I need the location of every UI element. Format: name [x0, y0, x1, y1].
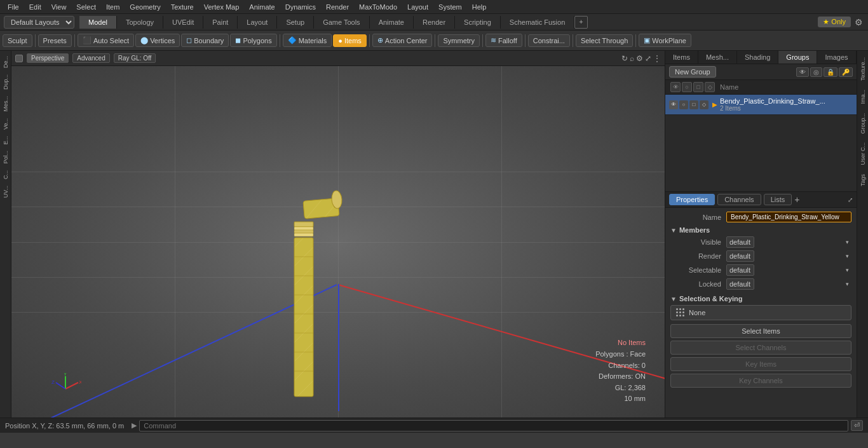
selectable-select[interactable]: default: [726, 264, 754, 276]
tab-groups[interactable]: Groups: [778, 51, 817, 64]
viewport-raygl-btn[interactable]: Ray GL: Off: [114, 53, 156, 63]
presets-button[interactable]: Presets: [38, 34, 72, 47]
auto-select-button[interactable]: ⬛Auto Select: [78, 34, 134, 47]
menu-layout[interactable]: Layout: [402, 2, 433, 12]
menu-select[interactable]: Select: [71, 2, 101, 12]
left-panel-mes[interactable]: Mes...: [1, 93, 10, 114]
menu-texture[interactable]: Texture: [166, 2, 199, 12]
left-panel-dup[interactable]: Dup...: [1, 72, 10, 92]
settings-icon[interactable]: ⚙: [855, 17, 863, 27]
star-only-badge[interactable]: ★ Only: [818, 17, 851, 27]
tab-model[interactable]: Model: [79, 16, 117, 29]
members-section-header[interactable]: ▼ Members: [670, 226, 851, 234]
viewport-icon-expand[interactable]: ⤢: [645, 54, 651, 63]
left-panel-e[interactable]: E...: [1, 133, 10, 147]
left-panel-uv[interactable]: UV...: [1, 183, 10, 200]
viewport-icon-settings[interactable]: ⚙: [636, 54, 643, 63]
tab-images[interactable]: Images: [817, 51, 856, 64]
tab-scripting[interactable]: Scripting: [455, 16, 501, 29]
layout-dropdown[interactable]: Default Layouts: [4, 16, 74, 29]
vertices-button[interactable]: ⬤Vertices: [135, 34, 180, 47]
groups-icon-lock[interactable]: 🔒: [824, 67, 837, 77]
constraints-button[interactable]: Constrai...: [528, 34, 570, 47]
tab-channels[interactable]: Channels: [717, 194, 761, 205]
texture-tab-ima[interactable]: Ima...: [858, 86, 867, 108]
select-items-button[interactable]: Select Items: [670, 324, 851, 338]
viewport-icon-more[interactable]: ⋮: [653, 54, 661, 63]
menu-view[interactable]: View: [46, 2, 72, 12]
command-input[interactable]: [139, 420, 848, 431]
item-icon-render[interactable]: ○: [679, 100, 688, 109]
render-select[interactable]: default: [726, 250, 754, 262]
menu-file[interactable]: File: [3, 2, 24, 12]
menu-edit[interactable]: Edit: [24, 2, 46, 12]
viewport-advanced-btn[interactable]: Advanced: [72, 53, 109, 63]
tab-schematic-fusion[interactable]: Schematic Fusion: [501, 16, 574, 29]
add-tab-icon[interactable]: +: [794, 194, 799, 205]
menu-render[interactable]: Render: [321, 2, 354, 12]
item-icon-select[interactable]: □: [689, 100, 698, 109]
command-expand-icon[interactable]: ▶: [132, 421, 137, 430]
tab-animate[interactable]: Animate: [370, 16, 414, 29]
texture-tab-texture[interactable]: Texture...: [858, 53, 867, 85]
texture-tab-group[interactable]: Group...: [858, 109, 867, 138]
menu-animate[interactable]: Animate: [244, 2, 280, 12]
menu-dynamics[interactable]: Dynamics: [280, 2, 321, 12]
menu-vertex-map[interactable]: Vertex Map: [199, 2, 245, 12]
sel-keying-header[interactable]: ▼ Selection & Keying: [670, 295, 851, 302]
action-center-button[interactable]: ⊕Action Center: [372, 34, 433, 47]
locked-select[interactable]: default: [726, 278, 754, 290]
add-layout-tab[interactable]: +: [574, 16, 587, 29]
sculpt-button[interactable]: Sculpt: [3, 34, 32, 47]
left-panel-de[interactable]: De...: [1, 53, 10, 71]
left-panel-c[interactable]: C...: [1, 168, 10, 182]
tab-lists[interactable]: Lists: [764, 194, 792, 205]
tab-items[interactable]: Items: [665, 51, 698, 64]
texture-tab-tags[interactable]: Tags: [858, 170, 867, 190]
menu-help[interactable]: Help: [467, 2, 492, 12]
select-through-button[interactable]: Select Through: [576, 34, 633, 47]
expand-props-icon[interactable]: ⤢: [848, 196, 853, 203]
key-channels-button[interactable]: Key Channels: [670, 374, 851, 388]
left-panel-ve[interactable]: Ve...: [1, 116, 10, 132]
viewport-icon-rotate[interactable]: ↻: [621, 54, 628, 63]
key-items-button[interactable]: Key Items: [670, 357, 851, 371]
tab-game-tools[interactable]: Game Tools: [314, 16, 370, 29]
symmetry-button[interactable]: Symmetry: [438, 34, 480, 47]
item-expand-icon[interactable]: ▶: [712, 101, 717, 108]
command-submit-button[interactable]: ⏎: [851, 420, 863, 431]
boundary-button[interactable]: ◻Boundary: [181, 34, 229, 47]
item-icon-eye[interactable]: 👁: [669, 100, 678, 109]
texture-tab-user-c[interactable]: User C...: [858, 139, 867, 169]
visible-select[interactable]: default: [726, 236, 754, 248]
tab-uvedit[interactable]: UVEdit: [163, 16, 203, 29]
tab-setup[interactable]: Setup: [277, 16, 314, 29]
left-panel-pol[interactable]: Pol...: [1, 148, 10, 166]
groups-icon-key[interactable]: 🔑: [839, 67, 853, 77]
groups-icon-render[interactable]: ◎: [810, 67, 822, 77]
none-button[interactable]: None: [670, 305, 851, 320]
workplane-button[interactable]: ▣WorkPlane: [639, 34, 691, 47]
menu-maxtomodo[interactable]: MaxToModo: [354, 2, 402, 12]
menu-item[interactable]: Item: [101, 2, 125, 12]
viewport[interactable]: X Y Z No Items Polygons : Face Channels:…: [11, 66, 665, 417]
groups-list-item[interactable]: 👁 ○ □ ◇ ▶ Bendy_Plastic_Drinking_Straw_.…: [665, 95, 857, 115]
materials-button[interactable]: 🔷Materials: [283, 34, 332, 47]
tab-paint[interactable]: Paint: [203, 16, 238, 29]
tab-topology[interactable]: Topology: [117, 16, 163, 29]
polygons-button[interactable]: ◼Polygons: [230, 34, 276, 47]
item-icon-key[interactable]: ◇: [700, 100, 709, 109]
tab-layout[interactable]: Layout: [238, 16, 277, 29]
viewport-icon-zoom[interactable]: ⌕: [630, 54, 634, 63]
menu-geometry[interactable]: Geometry: [125, 2, 165, 12]
name-input[interactable]: [726, 212, 851, 222]
new-group-button[interactable]: New Group: [669, 66, 716, 78]
tab-properties[interactable]: Properties: [669, 194, 715, 205]
groups-icon-eye[interactable]: 👁: [796, 67, 809, 77]
falloff-button[interactable]: ≋Falloff: [485, 34, 522, 47]
menu-system[interactable]: System: [433, 2, 467, 12]
items-button[interactable]: ●Items: [333, 34, 367, 47]
tab-mesh[interactable]: Mesh...: [698, 51, 737, 64]
viewport-expand-icon[interactable]: [15, 55, 23, 62]
tab-shading[interactable]: Shading: [737, 51, 778, 64]
